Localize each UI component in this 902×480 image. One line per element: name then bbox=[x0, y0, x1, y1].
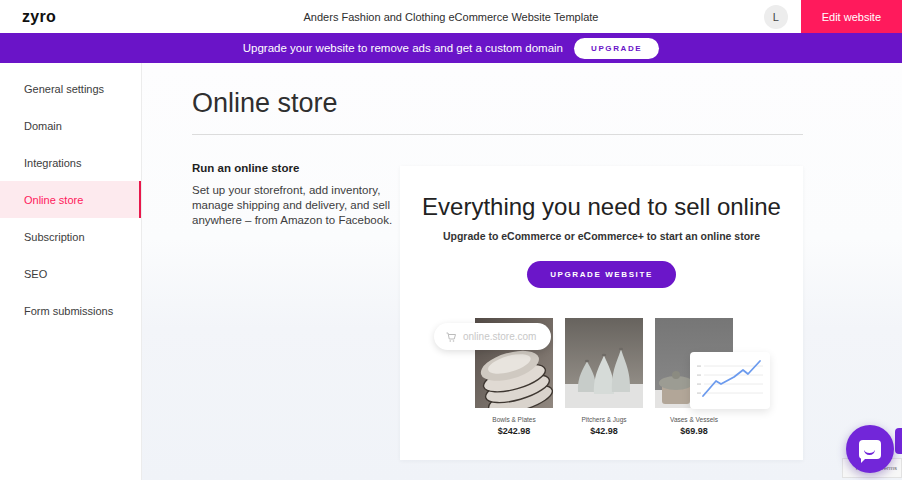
store-url-text: online.store.com bbox=[463, 331, 536, 342]
product-name: Pitchers & Jugs bbox=[565, 416, 643, 423]
product-name: Bowls & Plates bbox=[475, 416, 553, 423]
sidebar-item-seo[interactable]: SEO bbox=[0, 255, 141, 292]
chat-bubble-icon bbox=[859, 440, 881, 459]
upgrade-card-heading: Everything you need to sell online bbox=[400, 193, 803, 221]
product-price: $242.98 bbox=[475, 426, 553, 436]
upgrade-card: Everything you need to sell online Upgra… bbox=[400, 166, 803, 460]
upgrade-website-button[interactable]: UPGRADE WEBSITE bbox=[527, 261, 676, 288]
sidebar-item-label: SEO bbox=[24, 268, 47, 280]
topbar-actions: L Edit website bbox=[764, 0, 902, 33]
upgrade-banner: Upgrade your website to remove ads and g… bbox=[0, 33, 902, 63]
page-body: General settings Domain Integrations Onl… bbox=[0, 63, 902, 480]
settings-sidebar: General settings Domain Integrations Onl… bbox=[0, 63, 142, 480]
sidebar-item-form-submissions[interactable]: Form submissions bbox=[0, 292, 141, 329]
main-content: Online store Run an online store Set up … bbox=[142, 63, 902, 480]
upgrade-banner-text: Upgrade your website to remove ads and g… bbox=[243, 42, 563, 54]
sidebar-item-label: Subscription bbox=[24, 231, 85, 243]
product-card-pitchers: Pitchers & Jugs $42.98 bbox=[565, 318, 643, 436]
sidebar-item-online-store[interactable]: Online store bbox=[0, 181, 141, 218]
online-store-description-block: Run an online store Set up your storefro… bbox=[192, 162, 410, 228]
upgrade-banner-button[interactable]: UPGRADE bbox=[574, 38, 659, 59]
upgrade-card-subheading: Upgrade to eCommerce or eCommerce+ to st… bbox=[400, 230, 803, 242]
sidebar-item-label: Domain bbox=[24, 120, 62, 132]
zyro-logo: zyro bbox=[0, 8, 56, 26]
title-divider bbox=[192, 134, 803, 135]
sidebar-item-label: Integrations bbox=[24, 157, 81, 169]
sidebar-item-subscription[interactable]: Subscription bbox=[0, 218, 141, 255]
analytics-line-chart-icon bbox=[690, 352, 770, 409]
sidebar-item-label: Online store bbox=[24, 194, 83, 206]
product-price: $69.98 bbox=[655, 426, 733, 436]
analytics-card bbox=[690, 352, 770, 409]
section-description: Set up your storefront, add inventory, m… bbox=[192, 183, 410, 228]
section-heading: Run an online store bbox=[192, 162, 410, 174]
sidebar-item-integrations[interactable]: Integrations bbox=[0, 144, 141, 181]
product-name: Vases & Vessels bbox=[655, 416, 733, 423]
top-bar: zyro Anders Fashion and Clothing eCommer… bbox=[0, 0, 902, 33]
sidebar-item-label: Form submissions bbox=[24, 305, 113, 317]
store-url-pill: online.store.com bbox=[434, 323, 551, 350]
user-avatar[interactable]: L bbox=[764, 5, 788, 29]
product-image-pitchers bbox=[565, 318, 643, 408]
cart-icon bbox=[445, 331, 457, 343]
sidebar-item-domain[interactable]: Domain bbox=[0, 107, 141, 144]
sidebar-item-general-settings[interactable]: General settings bbox=[0, 70, 141, 107]
edit-website-button[interactable]: Edit website bbox=[801, 0, 902, 33]
chat-launcher-button[interactable] bbox=[846, 425, 894, 473]
feedback-side-tab[interactable] bbox=[895, 428, 902, 454]
product-price: $42.98 bbox=[565, 426, 643, 436]
sidebar-item-label: General settings bbox=[24, 83, 104, 95]
page-title: Online store bbox=[142, 63, 902, 119]
